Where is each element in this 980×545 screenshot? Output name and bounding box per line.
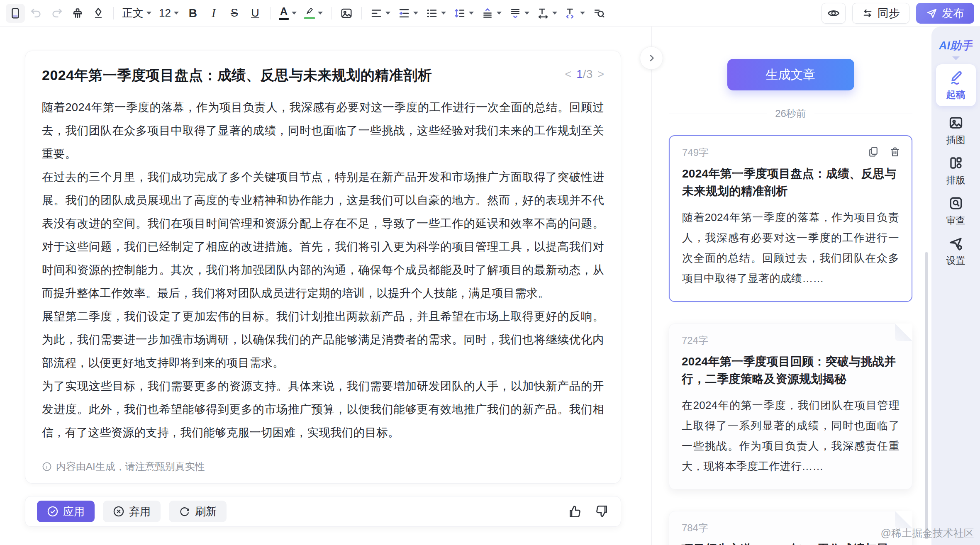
underline-button[interactable]: U	[246, 4, 265, 23]
align-icon	[370, 7, 383, 19]
preview-button[interactable]	[822, 3, 846, 24]
highlight-color-icon	[304, 7, 315, 19]
undo-icon	[30, 7, 42, 19]
card-preview: 在2024年的第一季度，我们团队在项目管理上取得了一系列显著的成绩，同时也面临了…	[682, 395, 900, 477]
find-replace-button[interactable]	[590, 4, 609, 23]
ai-assistant-rail: AI助手 起稿 插图 排版 审查 设置	[931, 27, 980, 545]
rail-item-settings[interactable]: 设置	[946, 236, 965, 267]
highlight-color-dropdown[interactable]	[301, 4, 326, 23]
toolbar-divider	[113, 7, 114, 19]
apply-button[interactable]: 应用	[37, 501, 95, 522]
rail-item-label: 审查	[946, 214, 965, 227]
chevron-right-icon	[646, 53, 657, 63]
site-watermark: @稀土掘金技术社区	[881, 526, 974, 540]
version-pager: < 1/3 >	[565, 68, 605, 81]
chevron-down-icon	[952, 56, 960, 60]
trash-icon[interactable]	[889, 146, 901, 158]
document-card: 2024年第一季度项目盘点：成绩、反思与未来规划的精准剖析 < 1/3 > 随着…	[25, 51, 621, 484]
undo-button[interactable]	[27, 4, 46, 23]
x-circle-icon	[113, 506, 124, 517]
generate-article-button[interactable]: 生成文章	[727, 59, 854, 90]
rail-item-review[interactable]: 审查	[946, 196, 965, 227]
toolbar-left-group: 正文 12 B I S U A	[6, 4, 609, 23]
chevron-down-icon	[580, 12, 585, 15]
paper-plane-icon	[926, 7, 938, 19]
toolbar-divider	[331, 7, 332, 19]
pager-next-icon[interactable]: >	[597, 68, 604, 81]
sync-button[interactable]: 同步	[852, 3, 909, 24]
char-width-dropdown[interactable]	[534, 4, 560, 23]
bold-button[interactable]: B	[183, 4, 202, 23]
chevron-down-icon	[497, 12, 502, 15]
rail-item-label: 起稿	[946, 88, 965, 101]
char-spacing-dropdown[interactable]	[562, 4, 588, 23]
card-tools	[868, 146, 901, 158]
insert-image-button[interactable]	[337, 4, 356, 23]
space-before-icon	[481, 7, 494, 19]
bullet-list-dropdown[interactable]	[423, 4, 449, 23]
thumbs-down-icon[interactable]	[595, 504, 609, 518]
page-title: 2024年第一季度项目盘点：成绩、反思与未来规划的精准剖析	[42, 66, 432, 85]
ai-action-bar: 应用 弃用 刷新	[25, 496, 621, 527]
toolbar-right-group: 同步 发布	[822, 3, 974, 24]
pager-total: 3	[586, 68, 593, 80]
word-count: 784字	[682, 521, 900, 535]
sync-label: 同步	[878, 6, 900, 21]
eye-icon	[827, 7, 840, 20]
send-gear-icon	[948, 236, 963, 251]
rail-item-layout[interactable]: 排版	[946, 156, 965, 187]
rail-item-label: 排版	[946, 174, 965, 187]
card-title: 2024年第一季度项目回顾：突破与挑战并行，二季度策略及资源规划揭秘	[682, 353, 900, 388]
word-count: 749字	[682, 146, 899, 159]
format-painter-button[interactable]	[68, 4, 87, 23]
feedback-group	[568, 504, 609, 518]
generated-card[interactable]: 784字 项目领先之道：2024年Q1工作成绩与展	[669, 511, 912, 545]
chevron-down-icon	[524, 12, 529, 15]
refresh-button[interactable]: 刷新	[169, 501, 227, 522]
collapse-panel-button[interactable]	[640, 46, 663, 70]
indent-icon	[398, 7, 410, 19]
indent-dropdown[interactable]	[395, 4, 421, 23]
paragraph-style-dropdown[interactable]: 正文	[119, 4, 154, 23]
redo-button[interactable]	[47, 4, 66, 23]
generated-cards-list: 749字 2024年第一季度项目盘点：成绩、反思与未来规划的精准剖析 随着202…	[669, 135, 912, 545]
line-spacing-icon	[453, 7, 466, 19]
font-size-dropdown[interactable]: 12	[156, 4, 182, 23]
pager-prev-icon[interactable]: <	[565, 68, 572, 81]
panel-scrollbar[interactable]	[925, 252, 928, 539]
italic-button[interactable]: I	[204, 4, 223, 23]
card-view-button[interactable]	[6, 4, 25, 23]
publish-label: 发布	[942, 6, 964, 21]
chevron-down-icon	[469, 12, 474, 15]
rail-item-draft[interactable]: 起稿	[936, 64, 976, 106]
italic-icon: I	[212, 6, 216, 20]
font-color-icon: A	[279, 6, 289, 20]
align-dropdown[interactable]	[367, 4, 393, 23]
ai-assistant-logo: AI助手	[939, 38, 973, 53]
ai-disclaimer: 内容由AI生成，请注意甄别真实性	[42, 460, 205, 473]
card-title: 项目领先之道：2024年Q1工作成绩与展	[682, 540, 900, 545]
generated-card-selected[interactable]: 749字 2024年第一季度项目盘点：成绩、反思与未来规划的精准剖析 随着202…	[669, 135, 912, 302]
copy-icon[interactable]	[868, 146, 879, 158]
check-circle-icon	[47, 506, 59, 517]
layout-icon	[948, 156, 963, 170]
rail-item-illustration[interactable]: 插图	[946, 115, 965, 146]
pager-position: 1/3	[576, 68, 592, 81]
clear-format-button[interactable]	[89, 4, 108, 23]
thumbs-up-icon[interactable]	[568, 504, 582, 518]
discard-label: 弃用	[129, 504, 151, 519]
discard-button[interactable]: 弃用	[103, 501, 161, 522]
space-after-dropdown[interactable]	[506, 4, 532, 23]
generated-card[interactable]: 724字 2024年第一季度项目回顾：突破与挑战并行，二季度策略及资源规划揭秘 …	[669, 324, 912, 489]
font-color-dropdown[interactable]: A	[276, 4, 300, 23]
divider-line	[814, 114, 912, 114]
space-before-dropdown[interactable]	[478, 4, 505, 23]
editor-toolbar: 正文 12 B I S U A	[0, 0, 980, 27]
line-spacing-dropdown[interactable]	[451, 4, 477, 23]
document-header: 2024年第一季度项目盘点：成绩、反思与未来规划的精准剖析 < 1/3 >	[42, 66, 604, 85]
redo-icon	[51, 7, 63, 19]
format-painter-icon	[71, 7, 84, 19]
publish-button[interactable]: 发布	[916, 3, 974, 24]
document-body: 随着2024年第一季度的落幕，作为项目负责人，我深感有必要对这一季度的工作进行一…	[42, 96, 604, 444]
strikethrough-button[interactable]: S	[225, 4, 244, 23]
